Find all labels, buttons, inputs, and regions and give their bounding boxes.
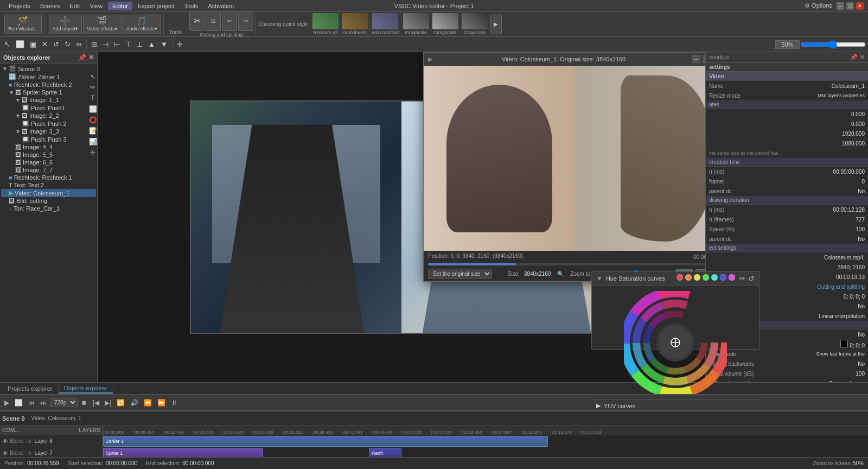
align-right-tool[interactable]: ⊢ xyxy=(112,39,122,49)
select-rect-tool[interactable]: ▣ xyxy=(28,39,39,49)
delete-tool[interactable]: ✕ xyxy=(40,39,50,49)
play-btn[interactable]: ▶ xyxy=(2,398,11,408)
chart-btn[interactable]: 📊 xyxy=(88,137,98,147)
loop-btn[interactable]: 🔁 xyxy=(114,398,127,408)
align-left-tool[interactable]: ⊣ xyxy=(100,39,111,49)
tree-image6[interactable]: 🖼 Image: 6_6 xyxy=(1,159,96,166)
hue-magenta-btn[interactable] xyxy=(729,274,735,281)
track-eye-7[interactable]: 👁 xyxy=(2,450,8,457)
zoom-slider[interactable] xyxy=(801,40,866,49)
marker-end-btn[interactable]: ▶| xyxy=(103,398,113,408)
tree-image4[interactable]: 🖼 Image: 4_4 xyxy=(1,143,96,151)
draw-btn[interactable]: ✏ xyxy=(88,83,98,92)
prev-frame-btn[interactable]: ⏮ xyxy=(26,398,37,408)
text-btn[interactable]: T xyxy=(88,93,98,103)
collapse-hue-icon[interactable]: ▼ xyxy=(596,275,603,282)
projects-explorer-tab[interactable]: Projects explorer xyxy=(2,384,59,393)
tree-push3[interactable]: 🔲 Push: Push 3 xyxy=(1,135,96,143)
tree-scene0[interactable]: ▼ 🎬 Scene 0 xyxy=(1,65,96,73)
move-tool[interactable]: ✛ xyxy=(175,39,185,49)
options-button[interactable]: ⚙ Options xyxy=(805,2,832,9)
arrow-cursor-btn[interactable]: ↖ xyxy=(88,72,98,81)
zoom-input[interactable] xyxy=(775,40,800,49)
next-frame-btn[interactable]: ⏭ xyxy=(38,398,49,408)
menu-view[interactable]: View xyxy=(85,2,107,10)
move-up-tool[interactable]: ▲ xyxy=(146,39,157,49)
hue-red-btn[interactable] xyxy=(676,274,683,281)
audio-effects-button[interactable]: 🎵 Audio effects▾ xyxy=(123,15,161,34)
video-effects-button[interactable]: 🎬 Video effects▾ xyxy=(83,15,122,34)
tree-text2[interactable]: T Text: Text 2 xyxy=(1,181,96,189)
move-btn[interactable]: ✛ xyxy=(88,148,98,157)
menu-editor[interactable]: Editor xyxy=(108,2,132,10)
hue-green-btn[interactable] xyxy=(703,274,709,281)
menu-scenes[interactable]: Scenes xyxy=(36,2,65,10)
dialog-maximize-btn[interactable]: □ xyxy=(703,55,705,64)
menu-projects[interactable]: Projects xyxy=(4,2,35,10)
qs-auto-levels[interactable]: Auto levels xyxy=(341,12,369,36)
qs-remove-all[interactable]: Remove all xyxy=(311,12,340,36)
tree-zahler1[interactable]: 🔢 Zähler: Zähler 1 xyxy=(1,73,96,81)
circle-btn[interactable]: ⭕ xyxy=(88,115,98,125)
tree-image5[interactable]: 🖼 Image: 5_5 xyxy=(1,151,96,159)
menu-export[interactable]: Export project xyxy=(133,2,179,10)
cursor-tool[interactable]: ↖ xyxy=(2,39,12,49)
tree-bild-cutting[interactable]: 🖼 Bild: cutting xyxy=(1,197,96,205)
tree-push1[interactable]: 🔲 Push: Push1 xyxy=(1,104,96,112)
hue-orange-btn[interactable] xyxy=(685,274,692,281)
tree-image1[interactable]: ▼ 🖼 Image: 1_1 xyxy=(1,96,96,104)
close-right-icon[interactable]: ✕ xyxy=(860,54,865,61)
hue-edit-icon[interactable]: ✏ xyxy=(739,274,746,283)
pause-btn[interactable]: ⏸ xyxy=(169,398,180,408)
tree-ton-race[interactable]: ♪ Ton: Race_Car_1 xyxy=(1,205,96,212)
zoom-in-btn[interactable]: 🔍 xyxy=(555,270,566,278)
text2-btn[interactable]: 📝 xyxy=(88,126,98,136)
clip-zahler1[interactable]: Zähler 1 xyxy=(103,436,548,447)
close-button[interactable]: ✕ xyxy=(856,2,864,10)
objects-explorer-tab[interactable]: Objects explorer xyxy=(59,384,113,394)
qs-grayscale-2[interactable]: Grayscale xyxy=(431,12,459,36)
tree-sprite1[interactable]: ▼ 🖼 Sprite: Sprite 1 xyxy=(1,88,96,96)
maximize-button[interactable]: □ xyxy=(846,2,854,10)
grid-tool[interactable]: ⊞ xyxy=(89,39,99,49)
hue-reset-icon[interactable]: ↺ xyxy=(748,274,755,283)
close-panel-icon[interactable]: ✕ xyxy=(88,54,94,61)
hue-cyan-btn[interactable] xyxy=(711,274,718,281)
minimize-button[interactable]: ─ xyxy=(837,2,844,10)
record-btn[interactable]: ⏺ xyxy=(79,398,90,408)
size-dropdown[interactable]: Set the original size xyxy=(428,269,492,279)
hue-yellow-btn[interactable] xyxy=(694,274,700,281)
tree-rechteck1[interactable]: ■ Rechteck: Rechteck 1 xyxy=(1,174,96,181)
split-tool[interactable]: ⊡ xyxy=(206,11,221,31)
rotate-right-tool[interactable]: ↻ xyxy=(62,39,73,49)
fast-forward-btn[interactable]: ⏩ xyxy=(155,398,168,408)
qs-auto-contrast[interactable]: Auto contrast xyxy=(370,12,401,36)
tree-image3[interactable]: ▼ 🖼 Image: 3_3 xyxy=(1,128,96,135)
add-object-button[interactable]: ➕ Add object▾ xyxy=(49,15,82,34)
marker-start-btn[interactable]: |◀ xyxy=(91,398,101,408)
redo-btn[interactable]: ↪ xyxy=(238,11,253,31)
undo-btn[interactable]: ↩ xyxy=(222,11,237,31)
hue-blue-btn[interactable] xyxy=(720,274,726,281)
pin-right-icon[interactable]: 📌 xyxy=(850,54,858,61)
track-eye-8[interactable]: 👁 xyxy=(2,438,8,445)
color-swatch[interactable] xyxy=(840,340,848,347)
hue-wheel-svg[interactable] xyxy=(624,291,727,394)
video-progress-bar[interactable] xyxy=(428,263,705,265)
pin-icon[interactable]: 📌 xyxy=(78,54,86,61)
menu-activation[interactable]: Activation xyxy=(203,2,238,10)
tree-image2[interactable]: ▼ 🖼 Image: 2_2 xyxy=(1,112,96,119)
skip-back-btn[interactable]: ⏪ xyxy=(142,398,154,408)
menu-tools[interactable]: Tools xyxy=(180,2,203,10)
yuv-section-header[interactable]: ▶ YUV curves xyxy=(592,400,759,411)
more-styles-button[interactable]: ▶ xyxy=(490,15,502,34)
move-down-tool[interactable]: ▼ xyxy=(158,39,170,49)
flip-h-tool[interactable]: ⇔ xyxy=(74,39,84,49)
qs-grayscale-1[interactable]: Grayscale xyxy=(402,12,430,36)
select-all-tool[interactable]: ⬜ xyxy=(14,39,27,49)
tree-push2[interactable]: 🔲 Push: Push 2 xyxy=(1,119,96,128)
mute-btn[interactable]: 🔊 xyxy=(128,398,141,408)
cut-tool[interactable]: ✂ xyxy=(189,11,205,31)
rotate-left-tool[interactable]: ↺ xyxy=(51,39,61,49)
tree-image7[interactable]: 🖼 Image: 7_7 xyxy=(1,166,96,174)
